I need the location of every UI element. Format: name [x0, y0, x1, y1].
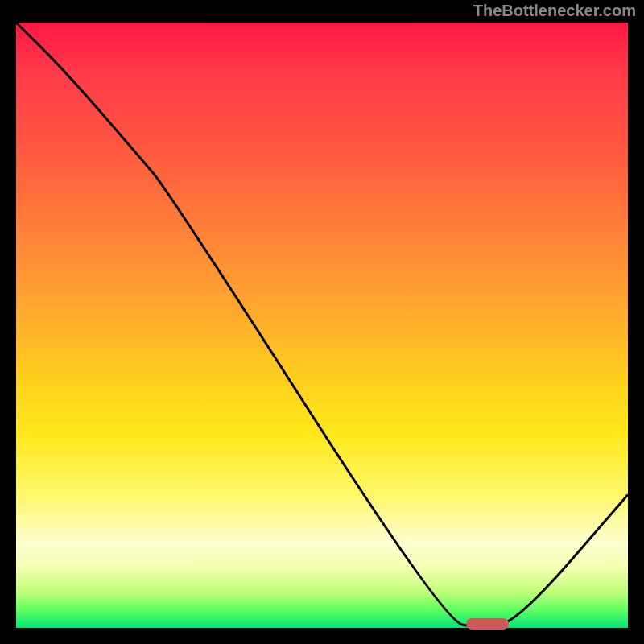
chart-marker-pill [466, 618, 509, 630]
chart-plot-area [16, 23, 628, 628]
attribution-text: TheBottlenecker.com [473, 2, 636, 20]
chart-curve-path [16, 23, 628, 626]
chart-curve [16, 23, 628, 628]
